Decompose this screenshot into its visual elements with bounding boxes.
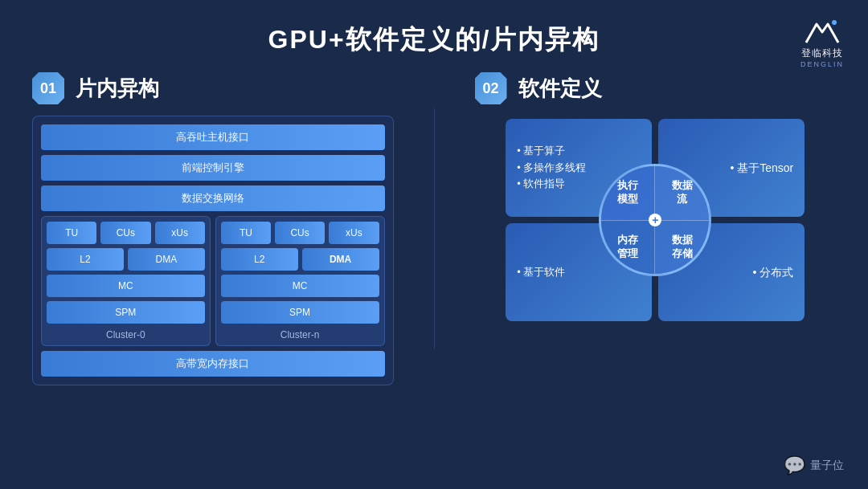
cluster-n-tu: TU	[221, 222, 271, 244]
cluster-n-l2: L2	[221, 248, 298, 271]
host-interface-bar: 高吞吐主机接口	[41, 124, 385, 150]
frontend-engine-bar: 前端控制引擎	[41, 155, 385, 181]
sw-tl-line3: • 软件指导	[517, 176, 565, 193]
cluster-0-top-row: TU CUs xUs	[47, 222, 205, 244]
frontend-engine-row: 前端控制引擎	[41, 155, 385, 181]
cluster-n-dma: DMA	[302, 248, 379, 271]
cluster-0-l2: L2	[47, 248, 124, 271]
cluster-0-spm: SPM	[47, 301, 205, 324]
left-section-header: 01 片内异构	[32, 72, 394, 104]
center-plus-icon: +	[649, 214, 661, 226]
center-circle: 执行模型 数据流 内存管理 数据存储 +	[599, 164, 711, 276]
right-section-number: 02	[475, 72, 507, 104]
left-section: 01 片内异构 高吞吐主机接口 前端控制引擎 数据交换网络 TU	[32, 72, 394, 385]
data-switch-row: 数据交换网络	[41, 185, 385, 211]
section-divider	[434, 108, 435, 349]
cluster-n-mc: MC	[221, 275, 379, 297]
svg-point-0	[832, 20, 837, 25]
logo-area: 登临科技 DENGLIN	[800, 14, 844, 68]
sw-bl-text: • 基于软件	[517, 264, 565, 281]
content-area: 01 片内异构 高吞吐主机接口 前端控制引擎 数据交换网络 TU	[0, 72, 868, 385]
logo-name: 登临科技	[801, 47, 843, 60]
host-interface-row: 高吞吐主机接口	[41, 124, 385, 150]
cluster-0-label: Cluster-0	[47, 329, 205, 340]
clusters-row: TU CUs xUs L2 DMA MC SPM Cluster-0	[41, 216, 385, 346]
logo-name-en: DENGLIN	[800, 60, 844, 68]
cluster-0-mc-row: MC	[47, 275, 205, 297]
watermark-text: 量子位	[810, 458, 844, 473]
cluster-0-spm-row: SPM	[47, 301, 205, 324]
cluster-n-box: TU CUs xUs L2 DMA MC SPM Cluster-n	[215, 216, 385, 346]
cluster-0-cus: CUs	[100, 222, 150, 244]
cluster-n-spm: SPM	[221, 301, 379, 324]
left-section-title: 片内异构	[76, 75, 159, 103]
watermark: 💬 量子位	[784, 455, 844, 476]
cluster-0-box: TU CUs xUs L2 DMA MC SPM Cluster-0	[41, 216, 211, 346]
left-section-number: 01	[32, 72, 64, 104]
chip-diagram: 高吞吐主机接口 前端控制引擎 数据交换网络 TU CUs xUs	[32, 116, 394, 385]
logo-icon	[802, 14, 842, 47]
cluster-n-label: Cluster-n	[221, 329, 379, 340]
right-section: 02 软件定义 • 基于算子 • 多操作多线程 • 软件指导 • 基于Tenso…	[475, 72, 837, 385]
cluster-n-cus: CUs	[275, 222, 325, 244]
cluster-0-mid-row: L2 DMA	[47, 248, 205, 271]
cluster-0-xus: xUs	[155, 222, 205, 244]
cluster-0-mc: MC	[47, 275, 205, 297]
sw-tl-line1: • 基于算子	[517, 143, 565, 160]
cluster-n-mid-row: L2 DMA	[221, 248, 379, 271]
sw-tl-line2: • 多操作多线程	[517, 160, 586, 177]
right-section-title: 软件定义	[518, 75, 602, 103]
hbm-interface-row: 高带宽内存接口	[41, 351, 385, 377]
right-section-header: 02 软件定义	[475, 72, 837, 104]
cluster-n-spm-row: SPM	[221, 301, 379, 324]
data-switch-bar: 数据交换网络	[41, 185, 385, 211]
sw-quadrant-grid: • 基于算子 • 多操作多线程 • 软件指导 • 基于Tensor • 基于软件…	[502, 116, 808, 324]
cluster-n-xus: xUs	[329, 222, 379, 244]
cluster-0-dma: DMA	[128, 248, 205, 271]
cluster-n-top-row: TU CUs xUs	[221, 222, 379, 244]
cluster-n-mc-row: MC	[221, 275, 379, 297]
cluster-0-tu: TU	[47, 222, 96, 244]
sw-tr-text: • 基于Tensor	[730, 159, 793, 177]
software-diagram: • 基于算子 • 多操作多线程 • 软件指导 • 基于Tensor • 基于软件…	[475, 116, 837, 324]
sw-br-text: • 分布式	[752, 263, 793, 281]
page-title: GPU+软件定义的/片内异构	[0, 0, 868, 72]
hbm-interface-bar: 高带宽内存接口	[41, 351, 385, 377]
wechat-icon: 💬	[784, 455, 805, 476]
